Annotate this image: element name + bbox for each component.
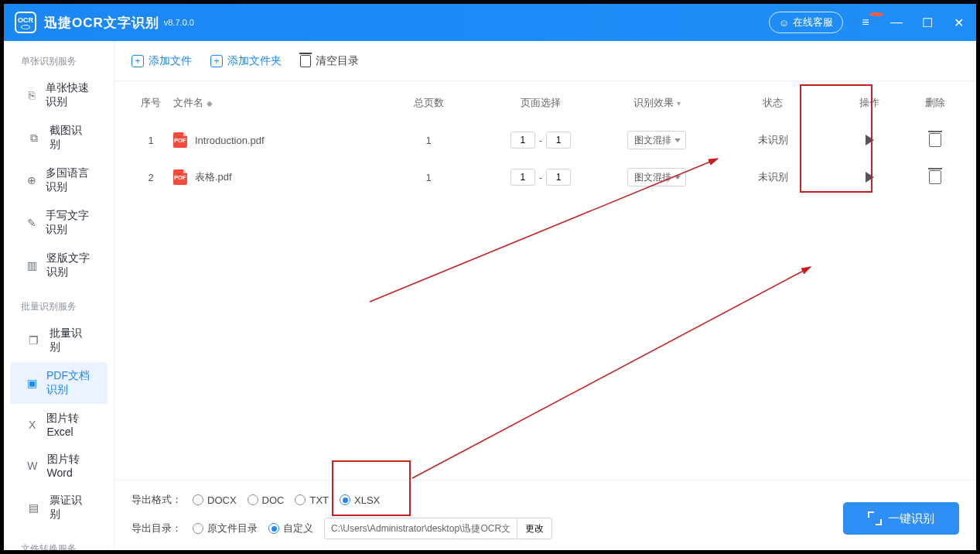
menu-icon[interactable]: ≡	[859, 15, 872, 29]
sidebar-item-batch[interactable]: ❐批量识别	[10, 320, 108, 361]
main-area: +添加文件 +添加文件夹 清空目录 序号 文件名◆ 总页数 页面选择 识别效果▾…	[114, 41, 976, 550]
col-del: 删除	[908, 96, 962, 110]
plus-icon: +	[131, 55, 144, 67]
nav-label: 单张快速识别	[46, 81, 90, 109]
effect-select[interactable]: 图文混排	[627, 131, 686, 149]
dir-custom-radio[interactable]: 自定义	[268, 522, 313, 535]
dir-label: 导出目录：	[131, 522, 182, 535]
cell-range: -	[483, 169, 599, 186]
sidebar-item-ticket[interactable]: ▤票证识别	[10, 487, 108, 528]
nav-label: 票证识别	[50, 494, 90, 522]
nav-label: PDF文档识别	[46, 369, 90, 397]
format-label: 导出格式：	[131, 493, 182, 507]
cell-del	[908, 133, 962, 147]
format-docx-radio[interactable]: DOCX	[193, 494, 237, 506]
cell-op	[831, 172, 908, 183]
delete-row-button[interactable]	[929, 133, 941, 147]
pen-icon: ✎	[27, 216, 36, 230]
crop-icon: ⧉	[27, 131, 40, 145]
nav-label: 多国语言识别	[46, 166, 90, 194]
headset-icon: ☺	[779, 17, 789, 29]
support-label: 在线客服	[793, 15, 833, 29]
table-header: 序号 文件名◆ 总页数 页面选择 识别效果▾ 状态 操作 删除	[128, 84, 962, 121]
page-from-input[interactable]	[510, 169, 535, 186]
vertical-text-icon: ▥	[27, 258, 37, 272]
app-title: 迅捷OCR文字识别	[44, 14, 159, 32]
cell-status: 未识别	[715, 133, 831, 147]
radio-label: 原文件目录	[207, 522, 258, 535]
col-op: 操作	[831, 96, 908, 110]
sidebar-item-pdf-ocr[interactable]: ▣PDF文档识别	[10, 362, 108, 404]
dir-original-radio[interactable]: 原文件目录	[193, 522, 258, 535]
pdf-file-icon: PDF	[173, 132, 187, 148]
nav-label: 批量识别	[50, 327, 90, 354]
cell-index: 1	[128, 135, 173, 146]
app-logo-icon: OCR	[15, 12, 36, 33]
bottom-panel: 导出格式： DOCX DOC TXT XLSX 导出目录： 原文件目录 自定义	[114, 480, 976, 550]
page-arrow-icon: ⎘	[27, 88, 36, 102]
nav-label: 手写文字识别	[46, 209, 90, 237]
cell-pages: 1	[374, 135, 483, 146]
col-pages: 总页数	[374, 96, 483, 110]
format-doc-radio[interactable]: DOC	[248, 494, 285, 506]
copy-icon: ❐	[27, 333, 40, 347]
recognize-all-button[interactable]: 一键识别	[843, 502, 959, 535]
run-row-button[interactable]	[866, 172, 874, 183]
run-row-button[interactable]	[866, 135, 874, 145]
sidebar-group-convert: 文件转换服务	[4, 542, 114, 550]
nav-label: 图片转Word	[47, 453, 90, 479]
excel-icon: X	[27, 418, 37, 432]
format-xlsx-radio[interactable]: XLSX	[340, 494, 380, 506]
format-txt-radio[interactable]: TXT	[295, 494, 329, 506]
cell-effect: 图文混排	[599, 168, 715, 186]
range-sep: -	[539, 135, 542, 146]
radio-label: 自定义	[283, 522, 313, 535]
radio-label: TXT	[309, 494, 329, 506]
radio-label: XLSX	[354, 494, 380, 506]
sidebar-item-img-word[interactable]: W图片转Word	[10, 446, 108, 486]
delete-row-button[interactable]	[929, 170, 941, 184]
sidebar-item-single-fast[interactable]: ⎘单张快速识别	[10, 74, 108, 116]
app-version: v8.7.0.0	[164, 18, 194, 27]
online-support-button[interactable]: ☺ 在线客服	[769, 12, 843, 33]
cell-name: PDF表格.pdf	[173, 169, 374, 185]
add-file-button[interactable]: +添加文件	[131, 54, 192, 68]
sidebar: 单张识别服务 ⎘单张快速识别 ⧉截图识别 ⊕多国语言识别 ✎手写文字识别 ▥竖版…	[4, 41, 114, 550]
ticket-icon: ▤	[27, 501, 40, 515]
toolbar: +添加文件 +添加文件夹 清空目录	[114, 41, 976, 81]
col-name[interactable]: 文件名◆	[173, 96, 374, 110]
pdf-doc-icon: ▣	[27, 376, 37, 390]
maximize-button[interactable]: ☐	[920, 15, 934, 30]
radio-label: DOCX	[207, 494, 237, 506]
btn-label: 一键识别	[888, 511, 934, 526]
clear-list-button[interactable]: 清空目录	[300, 54, 359, 68]
range-sep: -	[539, 172, 542, 183]
effect-select[interactable]: 图文混排	[627, 168, 686, 186]
nav-label: 截图识别	[50, 124, 90, 152]
word-icon: W	[27, 459, 38, 473]
page-to-input[interactable]	[546, 132, 571, 149]
page-from-input[interactable]	[510, 132, 535, 149]
page-to-input[interactable]	[546, 169, 571, 186]
change-path-button[interactable]: 更改	[517, 518, 552, 539]
col-index: 序号	[128, 96, 173, 110]
sidebar-item-handwriting[interactable]: ✎手写文字识别	[10, 202, 108, 244]
sidebar-item-multilang[interactable]: ⊕多国语言识别	[10, 159, 108, 201]
sidebar-group-single: 单张识别服务	[4, 55, 114, 68]
add-folder-button[interactable]: +添加文件夹	[210, 54, 282, 68]
trash-icon	[300, 55, 311, 67]
sidebar-item-img-excel[interactable]: X图片转Excel	[10, 405, 108, 445]
output-path-input[interactable]	[324, 518, 517, 539]
col-effect[interactable]: 识别效果▾	[599, 96, 715, 110]
app-window: OCR 迅捷OCR文字识别 v8.7.0.0 ☺ 在线客服 ≡ — ☐ ✕ 单张…	[4, 4, 976, 550]
cell-index: 2	[128, 172, 173, 183]
nav-label: 竖版文字识别	[46, 251, 90, 279]
close-button[interactable]: ✕	[951, 15, 965, 30]
file-name: 表格.pdf	[195, 170, 232, 184]
minimize-button[interactable]: —	[890, 15, 903, 29]
window-controls: ≡ — ☐ ✕	[859, 15, 965, 30]
nav-label: 图片转Excel	[46, 412, 90, 438]
sidebar-item-vertical[interactable]: ▥竖版文字识别	[10, 245, 108, 286]
cell-range: -	[483, 132, 599, 149]
sidebar-item-screenshot[interactable]: ⧉截图识别	[10, 117, 108, 159]
